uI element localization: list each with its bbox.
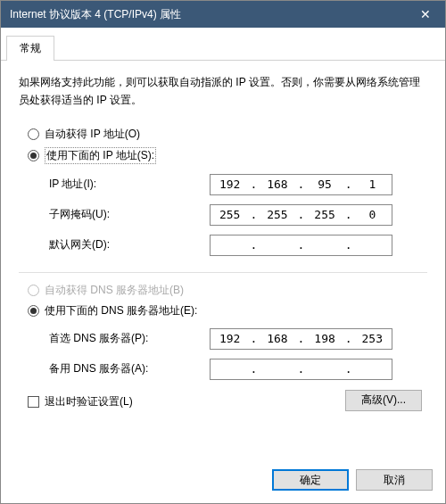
- radio-ip-manual[interactable]: 使用下面的 IP 地址(S):: [19, 145, 427, 167]
- advanced-button[interactable]: 高级(V)...: [345, 390, 422, 411]
- dns-preferred-label: 首选 DNS 服务器(P):: [49, 331, 210, 346]
- cancel-button[interactable]: 取消: [356, 469, 433, 491]
- radio-ip-auto[interactable]: 自动获得 IP 地址(O): [19, 124, 427, 145]
- radio-dns-manual-label: 使用下面的 DNS 服务器地址(E):: [45, 303, 197, 318]
- radio-icon: [28, 305, 39, 317]
- ok-button[interactable]: 确定: [272, 469, 349, 491]
- radio-icon: [28, 128, 39, 140]
- radio-dns-auto: 自动获得 DNS 服务器地址(B): [19, 280, 427, 301]
- radio-icon: [28, 150, 39, 161]
- close-button[interactable]: ✕: [406, 1, 445, 28]
- ip-address-input[interactable]: 192. 168. 95. 1: [210, 174, 392, 195]
- radio-ip-manual-label: 使用下面的 IP 地址(S):: [45, 147, 156, 164]
- gateway-input[interactable]: . . .: [210, 235, 392, 256]
- window-title: Internet 协议版本 4 (TCP/IPv4) 属性: [10, 7, 406, 22]
- subnet-mask-label: 子网掩码(U):: [49, 207, 210, 222]
- gateway-label: 默认网关(D):: [49, 237, 210, 252]
- tab-general[interactable]: 常规: [6, 36, 54, 61]
- description-text: 如果网络支持此功能，则可以获取自动指派的 IP 设置。否则，你需要从网络系统管理…: [19, 73, 427, 110]
- dns-alternate-label: 备用 DNS 服务器(A):: [49, 361, 210, 376]
- radio-icon: [28, 285, 39, 296]
- dns-alternate-input[interactable]: . . .: [210, 359, 392, 380]
- ip-address-label: IP 地址(I):: [49, 177, 210, 192]
- dns-fields: 首选 DNS 服务器(P): 192. 168. 198. 253 备用 DNS…: [19, 321, 427, 387]
- tab-content: 如果网络支持此功能，则可以获取自动指派的 IP 设置。否则，你需要从网络系统管理…: [1, 61, 445, 460]
- tab-strip: 常规: [1, 28, 445, 61]
- titlebar: Internet 协议版本 4 (TCP/IPv4) 属性 ✕: [1, 1, 445, 28]
- dialog-footer: 确定 取消: [1, 460, 445, 503]
- divider: [19, 272, 427, 273]
- ip-fields: IP 地址(I): 192. 168. 95. 1 子网掩码(U): 255. …: [19, 167, 427, 263]
- subnet-mask-input[interactable]: 255. 255. 255. 0: [210, 204, 392, 226]
- close-icon: ✕: [420, 7, 431, 21]
- dns-preferred-input[interactable]: 192. 168. 198. 253: [210, 328, 392, 350]
- radio-dns-auto-label: 自动获得 DNS 服务器地址(B): [45, 283, 184, 298]
- radio-ip-auto-label: 自动获得 IP 地址(O): [45, 127, 140, 142]
- dialog-window: Internet 协议版本 4 (TCP/IPv4) 属性 ✕ 常规 如果网络支…: [0, 0, 446, 504]
- radio-dns-manual[interactable]: 使用下面的 DNS 服务器地址(E):: [19, 301, 427, 321]
